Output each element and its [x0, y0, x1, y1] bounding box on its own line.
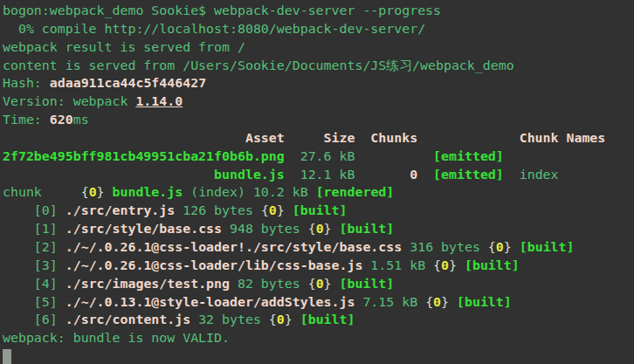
- result-served-line: webpack result is served from /: [3, 38, 634, 57]
- terminal-text-segment: [332, 221, 340, 237]
- module-row-1: [1] ./src/style/base.css 948 bytes {0} […: [3, 220, 634, 238]
- terminal-text-segment: 620: [50, 112, 73, 127]
- asset-row-bundle: bundle.js 12.1 kB 0 [emitted] index: [3, 166, 634, 184]
- terminal-text-segment: Version: webpack: [3, 93, 135, 109]
- terminal-text-segment: 82 bytes: [230, 276, 308, 292]
- terminal-text-segment: [457, 258, 465, 273]
- terminal-text-segment: 0: [316, 221, 324, 237]
- terminal-text-segment: [built]: [340, 221, 395, 237]
- module-row-6: [6] ./src/content.js 32 bytes {0} [built…: [3, 311, 634, 329]
- terminal-text-segment: {: [308, 276, 316, 292]
- terminal-text-segment: [6]: [3, 312, 65, 327]
- terminal-text-segment: 1.14.0: [135, 93, 183, 109]
- terminal-text-segment: 7.15 kB: [355, 294, 425, 310]
- terminal-text-segment: Hash:: [3, 75, 50, 91]
- terminal-text-segment: 0: [410, 167, 417, 182]
- shell-prompt-command: bogon:webpack_demo Sookie$ webpack-dev-s…: [3, 2, 634, 20]
- stats-header-row: Asset Size Chunks Chunk Names: [3, 129, 634, 148]
- terminal-text-segment: 0: [277, 312, 285, 327]
- terminal-text-segment: [emitted]: [433, 167, 504, 182]
- terminal-screen[interactable]: bogon:webpack_demo Sookie$ webpack-dev-s…: [0, 0, 634, 364]
- terminal-text-segment: [3]: [3, 258, 65, 273]
- hash-line: Hash: adaa911ca44c5f446427: [3, 74, 634, 93]
- terminal-text-segment: [built]: [520, 239, 575, 255]
- chunk-row: chunk {0} bundle.js (index) 10.2 kB [ren…: [3, 183, 634, 202]
- terminal-text-segment: 12.1 kB: [285, 167, 410, 182]
- terminal-text-segment: [293, 312, 300, 327]
- terminal-text-segment: [built]: [457, 294, 512, 310]
- terminal-text-segment: [4]: [3, 276, 65, 292]
- terminal-text-segment: ms: [73, 112, 89, 127]
- terminal-text-segment: 27.6 kB: [285, 148, 433, 164]
- terminal-text-segment: {: [425, 294, 433, 310]
- terminal-output: bogon:webpack_demo Sookie$ webpack-dev-s…: [3, 2, 634, 347]
- terminal-text-segment: 0: [316, 276, 324, 292]
- terminal-text-segment: bundle.js: [113, 184, 183, 200]
- module-row-0: [0] ./src/entry.js 126 bytes {0} [built]: [3, 202, 634, 220]
- terminal-text-segment: {: [308, 221, 316, 237]
- terminal-text-segment: [1]: [3, 221, 65, 237]
- terminal-text-segment: }: [504, 239, 512, 255]
- terminal-text-segment: index: [504, 167, 559, 182]
- terminal-text-segment: [0]: [3, 203, 65, 218]
- terminal-text-segment: chunk: [3, 184, 81, 200]
- terminal-text-segment: }: [324, 221, 332, 237]
- terminal-text-segment: [332, 276, 340, 292]
- terminal-text-segment: 126 bytes: [175, 203, 261, 218]
- terminal-text-segment: 948 bytes: [222, 221, 308, 237]
- terminal-text-segment: }: [449, 258, 457, 273]
- terminal-cursor: [3, 349, 11, 364]
- terminal-text-segment: 0: [269, 203, 277, 218]
- terminal-text-segment: [2]: [3, 239, 65, 255]
- version-line: Version: webpack 1.14.0: [3, 93, 634, 111]
- terminal-text-segment: ./~/.0.26.1@css-loader/lib/css-base.js: [65, 258, 363, 273]
- terminal-text-segment: ./src/images/test.png: [65, 276, 230, 292]
- terminal-text-segment: [417, 167, 433, 182]
- terminal-text-segment: }: [97, 184, 105, 200]
- terminal-text-segment: [285, 203, 293, 218]
- terminal-text-segment: ./src/style/base.css: [65, 221, 222, 237]
- terminal-text-segment: ./~/.0.26.1@css-loader!./src/style/base.…: [65, 239, 403, 255]
- terminal-text-segment: {: [433, 258, 441, 273]
- terminal-text-segment: [105, 184, 113, 200]
- terminal-text-segment: webpack result is served from /: [3, 39, 245, 55]
- terminal-text-segment: 0: [433, 294, 441, 310]
- bundle-valid-line: webpack: bundle is now VALID.: [3, 329, 634, 347]
- terminal-text-segment: adaa911ca44c5f446427: [50, 75, 206, 91]
- terminal-text-segment: 1.51 kB: [362, 258, 433, 273]
- terminal-text-segment: [built]: [465, 258, 520, 273]
- module-row-5: [5] ./~/.0.13.1@style-loader/addStyles.j…: [3, 293, 634, 312]
- asset-row-png: 2f72be495bff981cb49951cba21f0b6b.png 27.…: [3, 148, 634, 166]
- terminal-text-segment: content is served from /Users/Sookie/Doc…: [3, 58, 514, 73]
- terminal-text-segment: [built]: [300, 312, 355, 327]
- terminal-text-segment: }: [285, 312, 293, 327]
- terminal-text-segment: 0: [441, 258, 449, 273]
- terminal-text-segment: }: [277, 203, 285, 218]
- terminal-text-segment: {: [488, 239, 496, 255]
- module-row-4: [4] ./src/images/test.png 82 bytes {0} […: [3, 275, 634, 293]
- module-row-3: [3] ./~/.0.26.1@css-loader/lib/css-base.…: [3, 257, 634, 275]
- terminal-text-segment: bogon:webpack_demo Sookie$ webpack-dev-s…: [3, 3, 441, 18]
- terminal-text-segment: [512, 239, 520, 255]
- terminal-text-segment: Asset Size Chunks Chunk Names: [3, 130, 605, 146]
- terminal-text-segment: 2f72be495bff981cb49951cba21f0b6b.png: [3, 148, 285, 164]
- terminal-text-segment: 316 bytes: [402, 239, 488, 255]
- content-served-line: content is served from /Users/Sookie/Doc…: [3, 57, 634, 75]
- terminal-text-segment: 0% compile http://localhost:8080/webpack…: [3, 21, 425, 37]
- terminal-text-segment: (index) 10.2 kB: [183, 184, 315, 200]
- terminal-text-segment: 32 bytes: [190, 312, 269, 327]
- terminal-text-segment: ./src/content.js: [65, 312, 190, 327]
- terminal-text-segment: ./src/entry.js: [65, 203, 176, 218]
- terminal-text-segment: [emitted]: [433, 148, 504, 164]
- terminal-text-segment: [3, 167, 214, 182]
- compile-progress-line: 0% compile http://localhost:8080/webpack…: [3, 20, 634, 38]
- terminal-text-segment: 0: [89, 184, 97, 200]
- terminal-text-segment: {: [269, 312, 277, 327]
- terminal-text-segment: [449, 294, 457, 310]
- terminal-text-segment: {: [261, 203, 269, 218]
- terminal-text-segment: }: [441, 294, 449, 310]
- terminal-text-segment: {: [81, 184, 89, 200]
- terminal-text-segment: ./~/.0.13.1@style-loader/addStyles.js: [65, 294, 355, 310]
- terminal-text-segment: Time:: [3, 112, 50, 127]
- terminal-text-segment: [built]: [340, 276, 395, 292]
